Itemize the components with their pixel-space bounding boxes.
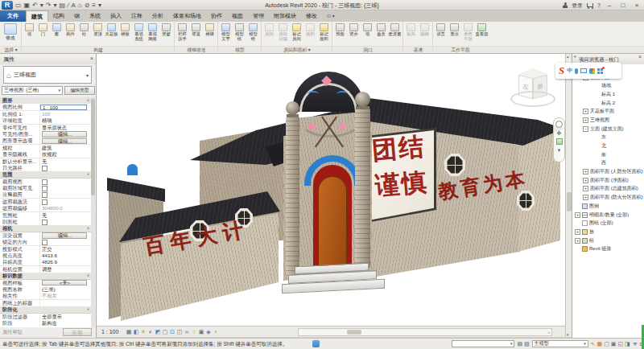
tree-item[interactable]: + 天花板平面 <box>572 107 644 116</box>
status-icon[interactable]: ▦ <box>597 340 603 347</box>
tree-expander[interactable]: + <box>583 109 588 114</box>
tree-item[interactable]: + 三维视图 <box>572 116 644 125</box>
tree-item[interactable]: Revit 链接 <box>572 244 644 253</box>
navigation-bar[interactable]: ✥ ▾ <box>553 117 565 162</box>
scrollbar-thumb[interactable] <box>347 330 361 335</box>
drawing-area[interactable]: 教育为本 团结 谨慎 百年大计 ◆ ◆ ◆ <box>97 54 565 326</box>
view-control-icon[interactable]: ▢ <box>162 328 168 336</box>
property-value[interactable] <box>40 179 92 185</box>
steering-wheel-icon[interactable] <box>555 121 563 128</box>
tree-item[interactable]: 标高 2 <box>572 99 644 108</box>
property-value[interactable]: 无 <box>40 212 92 219</box>
view-control-icon[interactable]: ‹ <box>213 328 219 336</box>
ribbon-panel-label[interactable]: 工作平面 <box>433 47 488 53</box>
property-value[interactable] <box>40 239 92 245</box>
ribbon-tab[interactable]: 视图 <box>227 10 248 22</box>
ribbon-button[interactable]: 面积 <box>303 22 317 46</box>
tree-item[interactable]: + 族 <box>572 228 644 236</box>
ribbon-button[interactable]: 修改 <box>1 22 20 46</box>
property-row[interactable]: 范围 <box>0 171 92 178</box>
scrollbar-down-icon[interactable]: ▾ <box>567 332 569 337</box>
property-row[interactable]: 视图名称 {三维} <box>0 286 92 293</box>
property-value[interactable] <box>40 185 92 191</box>
help-icon[interactable]: ? <box>597 2 601 8</box>
ribbon-button[interactable]: 标记 面积 <box>317 22 331 46</box>
navbar-more-icon[interactable]: ▾ <box>558 147 561 153</box>
qat-icon[interactable]: ∕ <box>68 1 68 10</box>
ribbon-button[interactable]: 标记 房间 <box>290 22 303 46</box>
store-cart-icon[interactable] <box>587 3 593 7</box>
property-value[interactable]: 编辑... <box>42 138 87 144</box>
view-scale[interactable]: 1 : 100 <box>101 326 118 337</box>
property-row[interactable]: 裁剪视图 <box>0 179 92 185</box>
ribbon-tab[interactable]: 文件 <box>0 10 26 22</box>
properties-close-icon[interactable]: × <box>90 55 93 61</box>
property-row[interactable]: 视图样板 <无> <box>0 280 92 286</box>
ribbon-button[interactable]: 构件 <box>64 22 77 46</box>
toolbox-icon[interactable] <box>597 68 603 74</box>
tree-expander[interactable]: + <box>583 186 588 191</box>
ribbon-tab[interactable]: 修改 <box>301 10 322 22</box>
property-row[interactable]: 日光路径 <box>0 165 92 171</box>
properties-scrollbar[interactable] <box>91 97 95 327</box>
property-row[interactable]: 裁剪区域可见 <box>0 185 92 191</box>
ribbon-button[interactable]: 幕墙 系统 <box>132 22 146 46</box>
ribbon-button[interactable]: 楼梯 <box>203 22 217 46</box>
property-row[interactable]: 锁定的方向 <box>0 239 92 245</box>
tree-item[interactable]: + 组 <box>572 236 644 245</box>
ribbon-button[interactable]: 楼板 <box>118 22 132 46</box>
property-row[interactable]: 相机 <box>0 225 92 232</box>
ribbon-panel-label[interactable]: 房间和面积 ▾ <box>262 47 332 53</box>
ribbon-button[interactable]: 天花板 <box>105 22 118 46</box>
ribbon-panel-label[interactable]: 洞口 <box>332 47 403 53</box>
property-value[interactable] <box>40 191 92 198</box>
tree-item[interactable]: 南 <box>572 150 644 159</box>
tree-item[interactable]: + 面积平面 (净面积) <box>572 176 644 185</box>
qat-icon[interactable]: ↷ <box>46 1 52 10</box>
property-value[interactable]: <无> <box>42 280 87 285</box>
workset-dropdown[interactable]: ▾ <box>452 340 514 347</box>
property-value[interactable]: {三维} <box>40 286 92 293</box>
view-control-icon[interactable]: ⊡ <box>169 328 175 336</box>
property-value[interactable]: 精细 <box>40 117 92 124</box>
gate-door[interactable] <box>318 176 347 266</box>
ribbon-panel-label[interactable]: 模型 <box>218 47 262 53</box>
view-control-icon[interactable]: ◫ <box>176 328 183 336</box>
property-row[interactable]: 默认分析显示... 无 <box>0 158 92 165</box>
property-value[interactable]: 按规程 <box>40 151 92 158</box>
input-mode-icon[interactable]: 中 <box>567 67 572 75</box>
property-row[interactable]: 显示隐藏线 按规程 <box>0 151 92 158</box>
tree-item[interactable]: 西 <box>572 159 644 168</box>
property-row[interactable]: 比例值 1: 100 <box>0 111 92 117</box>
design-option-dropdown[interactable]: 主模型▾ <box>532 340 588 347</box>
tree-expander[interactable]: + <box>583 195 588 200</box>
ribbon-button[interactable]: 老虎窗 <box>388 22 402 46</box>
property-row[interactable]: 渲染设置 编辑... <box>0 232 92 239</box>
ribbon-button[interactable]: 轴网 <box>418 22 431 46</box>
property-row[interactable]: 图纸上的标题 <box>0 300 92 306</box>
property-row[interactable]: 范围框 无 <box>0 212 92 219</box>
dock-chevron-icon[interactable]: ▾ <box>574 54 576 59</box>
view-control-icon[interactable]: ∞ <box>184 328 190 336</box>
property-value[interactable]: 调整 <box>40 266 92 273</box>
ribbon-tab[interactable]: 分析 <box>147 10 168 22</box>
tree-item[interactable]: + 面积平面 (总建筑面积) <box>572 185 644 194</box>
property-value[interactable]: 正交 <box>40 246 92 253</box>
ribbon-button[interactable]: 设置 <box>434 22 448 46</box>
tree-item[interactable]: 北 <box>572 142 644 150</box>
status-icon[interactable]: ↖ <box>591 340 596 347</box>
property-value[interactable]: 显示原状态 <box>40 125 92 131</box>
ribbon-tab[interactable]: 建筑 <box>26 10 48 22</box>
revit-logo-icon[interactable]: R <box>2 1 13 10</box>
ribbon-tab[interactable]: 钢 <box>69 10 85 22</box>
status-icon[interactable]: ▤ <box>517 340 522 347</box>
ribbon-tab[interactable]: 结构 <box>48 10 69 22</box>
property-row[interactable]: 视图比例 1 : 100 <box>0 104 92 110</box>
tree-expander[interactable]: + <box>583 178 588 183</box>
view-control-icon[interactable]: ▦ <box>126 328 132 336</box>
tree-item[interactable]: + 面积平面 (防火分区面积) <box>572 193 644 202</box>
sogou-ime-bar[interactable]: S 中 <box>555 63 621 79</box>
ribbon-button[interactable]: 查看器 <box>475 22 489 46</box>
view-control-icon[interactable]: ◈ <box>205 328 212 336</box>
ribbon-button[interactable]: 墙 <box>23 22 36 46</box>
